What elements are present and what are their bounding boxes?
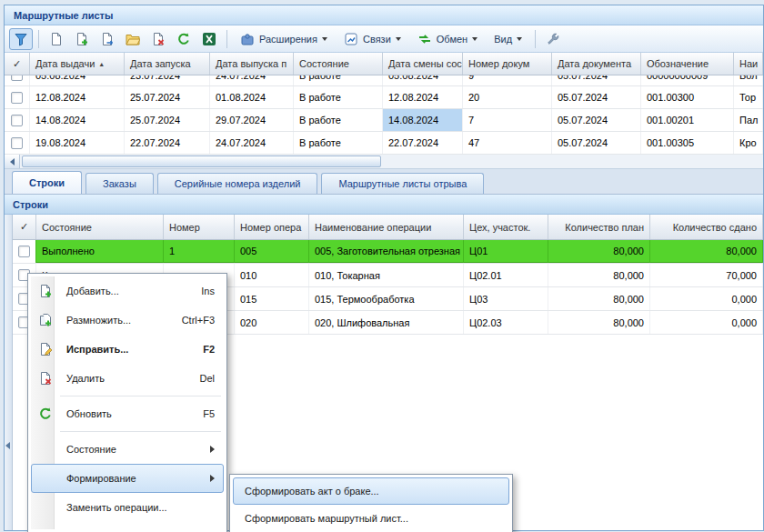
row-checkbox[interactable] <box>18 246 30 257</box>
tab-serial-numbers[interactable]: Серийные номера изделий <box>157 173 318 194</box>
cell[interactable]: 7 <box>463 109 552 131</box>
links-menu-button[interactable]: Связи <box>337 28 408 50</box>
submenu-item-defect-act[interactable]: Сформировать акт о браке... <box>233 477 509 505</box>
table-row[interactable]: 05.08.2024 23.07.2024 24.07.2024 В работ… <box>5 75 763 86</box>
cell[interactable]: 020, Шлифовальная <box>309 311 464 334</box>
menu-item-add[interactable]: Добавить... Ins <box>31 276 224 306</box>
add-doc-button[interactable] <box>70 28 94 50</box>
cell[interactable]: Ц03 <box>464 287 548 310</box>
cell[interactable]: 25.07.2024 <box>125 86 210 108</box>
cell[interactable]: 70,000 <box>650 264 763 286</box>
row-checkbox[interactable] <box>11 92 23 104</box>
cell[interactable]: Тор <box>734 86 763 108</box>
cell[interactable]: 23.07.2024 <box>125 75 210 86</box>
cell[interactable]: 001.00201 <box>641 109 734 131</box>
cell[interactable]: 05.08.2024 <box>383 75 463 86</box>
cell[interactable]: 14.08.2024 <box>30 109 125 131</box>
cell[interactable]: 47 <box>463 132 552 154</box>
cell[interactable]: 05.07.2024 <box>552 109 641 131</box>
table-row[interactable]: 14.08.2024 25.07.2024 29.07.2024 В работ… <box>5 109 763 132</box>
cell[interactable]: 9 <box>463 75 552 86</box>
cell[interactable]: 010 <box>235 264 309 286</box>
cell[interactable]: 001.00305 <box>641 132 734 154</box>
cell[interactable]: 19.08.2024 <box>30 132 125 154</box>
column-header-number[interactable]: Номер <box>164 215 235 239</box>
cell[interactable]: Ц01 <box>464 240 548 263</box>
column-header-qty-plan[interactable]: Количество план <box>548 215 650 239</box>
menu-item-replace-operations[interactable]: Заменить операции... <box>31 493 224 522</box>
tab-rows[interactable]: Строки <box>12 171 82 194</box>
column-header-release-date[interactable]: Дата выпуска п <box>210 53 294 75</box>
cell[interactable]: 20 <box>463 86 552 108</box>
check-column-header[interactable]: ✓ <box>5 53 30 75</box>
cell[interactable]: В работе <box>294 86 383 108</box>
cell[interactable]: 25.07.2024 <box>125 109 210 131</box>
column-header-doc-number[interactable]: Номер докум <box>463 53 552 75</box>
cell[interactable]: 015, Термообработка <box>309 287 464 310</box>
check-column-header[interactable]: ✓ <box>13 215 36 239</box>
column-header-op-state[interactable]: Состояние <box>36 215 164 239</box>
cell[interactable]: Выполнено <box>36 240 164 263</box>
column-header-state[interactable]: Состояние <box>294 53 383 75</box>
cell[interactable]: 005, Заготовительная отрезная <box>309 240 464 263</box>
column-header-doc-date[interactable]: Дата документа <box>552 53 641 75</box>
cell[interactable]: 0,000 <box>650 311 763 334</box>
row-check-cell[interactable] <box>5 75 30 86</box>
cell[interactable]: 80,000 <box>548 287 650 310</box>
cell[interactable]: 05.07.2024 <box>552 75 641 86</box>
column-header-launch-date[interactable]: Дата запуска <box>125 53 210 75</box>
operation-row-done[interactable]: Выполнено 1 005 005, Заготовительная отр… <box>13 240 763 264</box>
menu-item-state[interactable]: Состояние <box>31 435 224 464</box>
panel-collapse-strip[interactable] <box>5 215 13 530</box>
copy-doc-button[interactable] <box>96 28 119 50</box>
row-checkbox[interactable] <box>11 137 23 149</box>
cell[interactable]: 0,000 <box>650 287 763 310</box>
cell[interactable]: 22.07.2024 <box>383 132 463 154</box>
cell[interactable]: 22.07.2024 <box>125 132 210 154</box>
cell[interactable]: Ц02.03 <box>464 311 548 334</box>
cell[interactable]: 80,000 <box>548 240 650 263</box>
exchange-menu-button[interactable]: Обмен <box>410 28 485 50</box>
horizontal-scrollbar[interactable] <box>5 155 763 169</box>
row-checkbox[interactable] <box>11 115 23 126</box>
cell[interactable]: 020 <box>235 311 309 334</box>
filter-button[interactable] <box>9 28 33 50</box>
column-header-workshop[interactable]: Цех, участок. <box>464 215 548 239</box>
cell[interactable]: 80,000 <box>650 240 763 263</box>
row-check-cell[interactable] <box>5 132 30 154</box>
table-row[interactable]: 12.08.2024 25.07.2024 01.08.2024 В работ… <box>5 86 763 109</box>
cell[interactable]: В работе <box>294 109 383 131</box>
cell[interactable]: 80,000 <box>548 264 650 286</box>
column-header-qty-done[interactable]: Количество сдано <box>650 215 763 239</box>
cell[interactable]: 24.07.2024 <box>210 132 294 154</box>
cell[interactable]: 29.07.2024 <box>210 109 294 131</box>
cell[interactable]: 001.00300 <box>641 86 734 108</box>
scrollbar-thumb[interactable] <box>22 156 381 167</box>
extensions-menu-button[interactable]: Расширения <box>233 28 335 50</box>
cell[interactable]: 010, Токарная <box>309 264 464 286</box>
menu-item-generation[interactable]: Формирование <box>31 464 224 493</box>
menu-item-duplicate[interactable]: Размножить... Ctrl+F3 <box>31 306 224 335</box>
table-row[interactable]: 19.08.2024 22.07.2024 24.07.2024 В работ… <box>5 132 763 155</box>
cell[interactable]: 24.07.2024 <box>210 75 294 86</box>
cell[interactable]: Ц02.01 <box>464 264 548 286</box>
column-header-state-change-date[interactable]: Дата смены сос <box>383 53 463 75</box>
cell[interactable]: 12.08.2024 <box>383 86 463 108</box>
row-check-cell[interactable] <box>5 109 30 131</box>
refresh-button[interactable] <box>172 28 196 50</box>
cell[interactable]: 12.08.2024 <box>30 86 125 108</box>
cell[interactable]: В работе <box>294 132 383 154</box>
cell[interactable]: 005 <box>235 240 309 263</box>
cell[interactable]: 01.08.2024 <box>210 86 294 108</box>
tab-orders[interactable]: Заказы <box>85 173 154 194</box>
column-header-op-name[interactable]: Наименование операции <box>309 215 464 239</box>
menu-item-refresh[interactable]: Обновить F5 <box>31 399 224 428</box>
view-menu-button[interactable]: Вид <box>487 28 529 50</box>
cell[interactable]: 015 <box>235 287 309 310</box>
cell[interactable]: 05.08.2024 <box>30 75 125 86</box>
menu-item-edit[interactable]: Исправить... F2 <box>31 335 224 364</box>
row-checkbox[interactable] <box>11 75 23 81</box>
settings-wrench-button[interactable] <box>541 28 565 50</box>
column-header-op-number[interactable]: Номер опера <box>235 215 309 239</box>
export-excel-button[interactable] <box>197 28 221 50</box>
